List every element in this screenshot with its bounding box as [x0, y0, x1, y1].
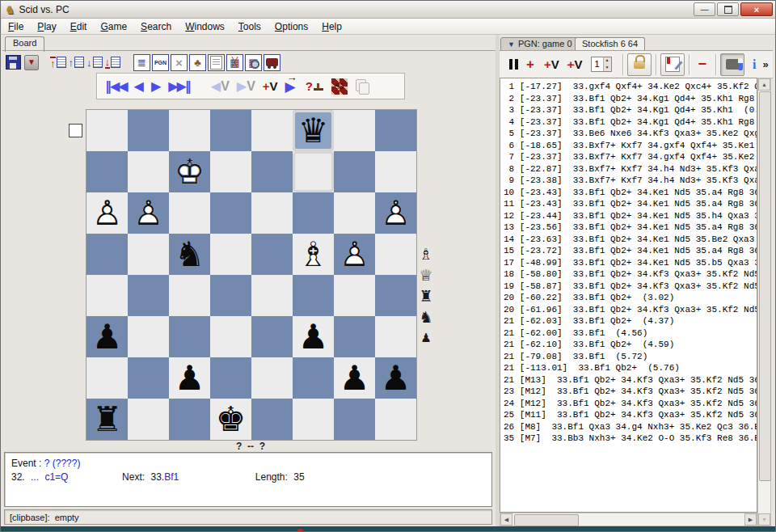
- board-square[interactable]: [210, 275, 251, 316]
- board-square[interactable]: [375, 234, 416, 275]
- analysis-line[interactable]: 3 [-23.37] 33.Bf1 Qb2+ 34.Kg1 Qd4+ 35.Kh…: [504, 104, 757, 116]
- next-move[interactable]: Bf1: [164, 471, 179, 483]
- analysis-line[interactable]: 21 [M13] 33.Bf1 Qb2+ 34.Kf3 Qxa3+ 35.Kf2…: [504, 374, 757, 386]
- board-square[interactable]: ♝♗: [293, 234, 334, 275]
- board-square[interactable]: [334, 110, 375, 151]
- annotate-button[interactable]: ?: [306, 79, 323, 93]
- maximize-button[interactable]: [717, 2, 739, 16]
- board-square[interactable]: ♟: [293, 316, 334, 357]
- board-square[interactable]: [128, 234, 169, 275]
- black-pawn[interactable]: ♟: [298, 319, 329, 356]
- board-square[interactable]: [375, 275, 416, 316]
- analysis-line[interactable]: 13 [-23.56] 33.Bf1 Qb2+ 34.Ke1 Nd5 35.a4…: [504, 222, 757, 234]
- save-game-icon[interactable]: [6, 55, 21, 70]
- black-knight[interactable]: ♞: [175, 236, 205, 273]
- menu-play[interactable]: Play: [37, 21, 56, 32]
- tab-pgn[interactable]: ▼PGN: game 0: [500, 37, 580, 51]
- analysis-line[interactable]: 24 [M12] 33.Bf1 Qb2+ 34.Kf3 Qxa3+ 35.Kf2…: [504, 398, 757, 410]
- board-square[interactable]: [210, 192, 251, 234]
- copy-board-button[interactable]: [356, 79, 369, 94]
- last-move[interactable]: c1=Q: [44, 471, 68, 483]
- forward-button[interactable]: ▶: [151, 78, 161, 94]
- scroll-right-icon[interactable]: ▶: [744, 513, 757, 526]
- analysis-line[interactable]: 7 [-23.37] 33.Bxf7+ Kxf7 34.gxf4 Qxf4+ 3…: [504, 151, 757, 163]
- autoplay-button[interactable]: ▶ →: [285, 78, 296, 95]
- pgn-window-button[interactable]: PGN: [152, 54, 169, 71]
- board-square[interactable]: [293, 151, 334, 192]
- board-square[interactable]: [210, 234, 251, 275]
- menu-edit[interactable]: Edit: [70, 21, 87, 32]
- enter-variation-button[interactable]: ↑: [50, 57, 66, 69]
- board-square[interactable]: [86, 275, 128, 316]
- board-square[interactable]: [293, 399, 334, 440]
- board-square[interactable]: [128, 151, 169, 192]
- white-bishop[interactable]: ♝♗: [298, 236, 329, 273]
- board-square[interactable]: [210, 151, 251, 192]
- analysis-line[interactable]: 8 [-22.87] 33.Bxf7+ Kxf7 34.h4 Nd3+ 35.K…: [504, 163, 757, 175]
- go-end-button[interactable]: ▶▶‖: [168, 78, 190, 94]
- board-square[interactable]: [169, 275, 210, 316]
- engine-window-button[interactable]: [264, 54, 280, 71]
- scid-logo-button[interactable]: S5: [331, 78, 348, 95]
- exit-variation-button[interactable]: ↓: [105, 57, 121, 69]
- analysis-line[interactable]: 35 [M7] 33.Bb3 Nxh3+ 34.Ke2 O-O 35.Kf3 R…: [504, 433, 757, 445]
- board-square[interactable]: [169, 110, 210, 151]
- analysis-line[interactable]: 18 [-58.80] 33.Bf1 Qb2+ 34.Kf3 Qxa3+ 35.…: [504, 268, 757, 281]
- board-square[interactable]: ♚: [210, 399, 251, 440]
- black-rook[interactable]: ♜: [92, 401, 123, 438]
- info-button[interactable]: i: [753, 57, 756, 72]
- board-square[interactable]: [128, 316, 169, 357]
- analysis-line[interactable]: 14 [-23.63] 33.Bf1 Qb2+ 34.Ke1 Nd5 35.Be…: [504, 234, 757, 246]
- analysis-line[interactable]: 21 [-79.08] 33.Bf1 (5.72): [504, 351, 757, 363]
- board-square[interactable]: [251, 192, 293, 234]
- analysis-line[interactable]: 21 [-62.00] 33.Bf1 (4.56): [504, 327, 757, 340]
- white-pawn[interactable]: ♟♙: [92, 195, 123, 232]
- board-square[interactable]: [86, 234, 128, 275]
- add-variation-button[interactable]: +V: [263, 79, 278, 93]
- board-square[interactable]: ♟: [334, 357, 375, 399]
- board-square[interactable]: [293, 275, 334, 316]
- game-list-button[interactable]: ≣: [133, 54, 150, 71]
- analysis-line[interactable]: 25 [M11] 33.Bf1 Qb2+ 34.Kf3 Qxa3+ 35.Kf2…: [504, 409, 757, 421]
- analysis-line[interactable]: 21 [-113.01] 33.Bf1 Qb2+ (5.76): [504, 362, 757, 374]
- analysis-line[interactable]: 9 [-23.38] 33.Bxf7+ Kxf7 34.h4 Nd3+ 35.K…: [504, 175, 757, 187]
- board-square[interactable]: [128, 399, 169, 440]
- analysis-line[interactable]: 4 [-23.37] 33.Bf1 Qb2+ 34.Kg1 Qd4+ 35.Kh…: [504, 116, 757, 129]
- analysis-line[interactable]: 21 [-62.03] 33.Bf1 Qb2+ (4.37): [504, 315, 757, 327]
- board-square[interactable]: [375, 399, 416, 440]
- board-square[interactable]: ♟♙: [375, 192, 416, 234]
- analysis-line[interactable]: 1 [-17.27] 33.gxf4 Qxf4+ 34.Ke2 Qxc4+ 35…: [504, 81, 757, 93]
- analysis-line[interactable]: 2 [-23.37] 33.Bf1 Qb2+ 34.Kg1 Qd4+ 35.Kh…: [504, 93, 757, 105]
- board-square[interactable]: [86, 110, 128, 151]
- board-square[interactable]: [86, 151, 128, 192]
- board-square[interactable]: [128, 357, 169, 399]
- analysis-output[interactable]: 1 [-17.27] 33.gxf4 Qxf4+ 34.Ke2 Qxc4+ 35…: [500, 78, 757, 513]
- board-square[interactable]: [375, 110, 416, 151]
- menu-game[interactable]: Game: [100, 21, 127, 32]
- analysis-line[interactable]: 6 [-18.65] 33.Bxf7+ Kxf7 34.gxf4 Qxf4+ 3…: [504, 140, 757, 152]
- black-pawn[interactable]: ♟: [340, 360, 370, 397]
- board-square[interactable]: [251, 234, 293, 275]
- analysis-line[interactable]: 20 [-60.22] 33.Bf1 Qb2+ (3.02): [504, 292, 757, 304]
- engine-toggle-button[interactable]: [720, 53, 744, 76]
- annotate-engine-button[interactable]: [660, 53, 685, 76]
- multipv-spinbox[interactable]: 1 ▲▼: [591, 57, 612, 72]
- menu-file[interactable]: File: [8, 21, 23, 32]
- add-move-button[interactable]: +: [526, 57, 534, 73]
- board-square[interactable]: [169, 399, 210, 440]
- board-square[interactable]: [251, 399, 293, 440]
- menu-help[interactable]: Help: [322, 21, 342, 32]
- scroll-up-icon[interactable]: ▲: [758, 78, 770, 91]
- analysis-line[interactable]: 15 [-23.72] 33.Bf1 Qb2+ 34.Ke1 Nd5 35.a4…: [504, 245, 757, 257]
- board-square[interactable]: [251, 110, 293, 151]
- menu-tools[interactable]: Tools: [238, 21, 261, 32]
- board-square[interactable]: [210, 357, 251, 399]
- board-square[interactable]: [251, 357, 293, 399]
- board-square[interactable]: ♚♔: [169, 151, 210, 192]
- white-pawn[interactable]: ♟♙: [133, 195, 164, 232]
- analysis-line[interactable]: 11 [-23.43] 33.Bf1 Qb2+ 34.Ke1 Nd5 35.a4…: [504, 198, 757, 210]
- board-square[interactable]: ♛: [293, 110, 334, 151]
- black-pawn[interactable]: ♟: [381, 360, 411, 397]
- board-square[interactable]: ♞: [169, 234, 210, 275]
- go-start-button[interactable]: ‖◀◀: [105, 78, 127, 94]
